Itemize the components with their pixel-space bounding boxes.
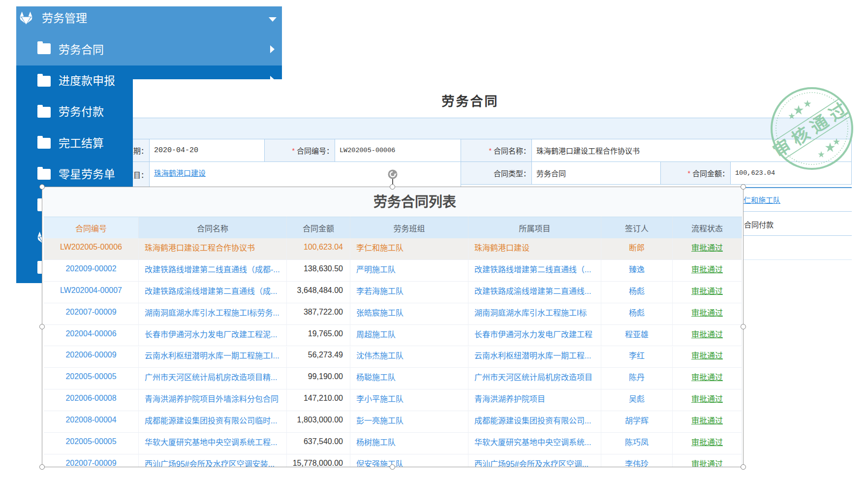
svg-text:审核通过: 审核通过 [770, 96, 854, 161]
